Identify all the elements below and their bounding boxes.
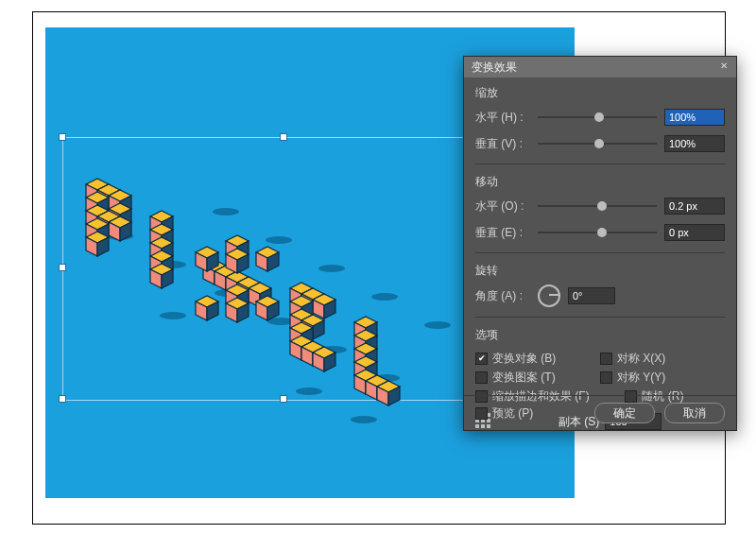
checkbox-icon[interactable] [600, 353, 612, 365]
move-h-slider[interactable] [538, 199, 657, 213]
opt-transform-pattern[interactable]: 变换图案 (T) [475, 368, 600, 387]
ok-button[interactable]: 确定 [594, 403, 655, 423]
rotate-angle-label: 角度 (A) : [475, 288, 538, 304]
scale-h-field[interactable] [664, 109, 725, 126]
scale-title: 缩放 [475, 85, 725, 101]
options-title: 选项 [475, 327, 725, 343]
opt-reflect-y[interactable]: 对称 Y(Y) [600, 368, 725, 387]
opt-transform-object[interactable]: 变换对象 (B) [475, 349, 600, 368]
move-title: 移动 [475, 174, 725, 190]
dialog-title: 变换效果 [472, 60, 517, 74]
close-icon[interactable]: ✕ [717, 60, 730, 73]
scale-v-label: 垂直 (V) : [475, 136, 538, 152]
opt-reflect-x[interactable]: 对称 X(X) [600, 349, 725, 368]
move-v-field[interactable] [664, 224, 725, 241]
scale-group: 缩放 水平 (H) : 垂直 (V) : [475, 85, 725, 154]
move-v-slider[interactable] [538, 226, 657, 239]
move-v-label: 垂直 (E) : [475, 225, 538, 241]
rotate-title: 旋转 [475, 263, 725, 279]
checkbox-icon[interactable] [475, 371, 488, 384]
transform-effect-dialog: 变换效果 ✕ 缩放 水平 (H) : 垂直 (V) : 移动 水平 (O) : [463, 56, 737, 431]
move-h-field[interactable] [664, 198, 725, 215]
checkbox-icon[interactable] [475, 353, 488, 365]
checkbox-icon[interactable] [475, 407, 488, 420]
isometric-pixel-text[interactable] [48, 94, 502, 443]
preview-checkbox[interactable]: 预览 (P) [475, 405, 533, 422]
cancel-button[interactable]: 取消 [664, 403, 725, 423]
move-group: 移动 水平 (O) : 垂直 (E) : [475, 174, 725, 243]
rotate-group: 旋转 角度 (A) : [475, 263, 725, 307]
rotate-angle-field[interactable] [568, 287, 615, 304]
move-h-label: 水平 (O) : [475, 198, 538, 215]
scale-h-label: 水平 (H) : [475, 110, 538, 126]
scale-v-field[interactable] [664, 135, 725, 152]
dialog-titlebar[interactable]: 变换效果 ✕ [464, 57, 736, 78]
scale-v-slider[interactable] [538, 137, 657, 150]
angle-dial-icon[interactable] [538, 284, 560, 307]
checkbox-icon[interactable] [600, 371, 612, 384]
scale-h-slider[interactable] [538, 111, 657, 124]
